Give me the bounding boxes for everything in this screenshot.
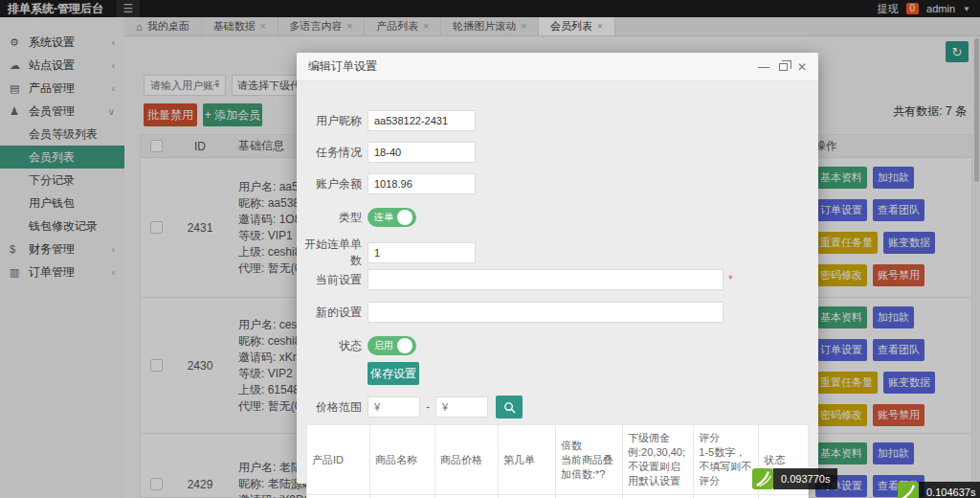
product-table-empty-cell xyxy=(623,495,694,498)
trace-logo-icon xyxy=(752,468,773,489)
product-table-header: 第几单 xyxy=(499,425,556,495)
product-table-header: 下级佣金 例:20,30,40; 不设置则启用默认设置 xyxy=(623,425,694,495)
product-table-empty-cell xyxy=(555,495,622,498)
product-table-header: 倍数 当前商品叠加倍数:*? xyxy=(555,425,622,495)
magnifier-icon xyxy=(503,401,516,414)
save-settings-button[interactable]: 保存设置 xyxy=(368,362,419,385)
price-min-input[interactable] xyxy=(368,396,420,418)
edit-order-settings-modal: 编辑订单设置 — ✕ 用户昵称 任务情况 账户余额 类型 连单 开始连单单数 xyxy=(297,53,818,484)
product-table-header: 产品ID xyxy=(307,425,370,495)
trace-logo-icon xyxy=(898,482,919,498)
product-table-empty-cell xyxy=(370,495,435,498)
modal-title: 编辑订单设置 xyxy=(308,58,377,75)
price-max-input[interactable] xyxy=(435,396,488,418)
type-toggle-label: 连单 xyxy=(374,211,393,224)
product-settings-table: 产品ID商品名称商品价格第几单倍数 当前商品叠加倍数:*?下级佣金 例:20,3… xyxy=(306,424,809,498)
status-toggle-label: 启用 xyxy=(374,339,393,352)
field-label-task-status: 任务情况 xyxy=(297,145,362,161)
minimize-icon[interactable]: — xyxy=(758,61,769,73)
product-table-empty-cell xyxy=(307,495,370,498)
status-toggle[interactable]: 启用 xyxy=(368,336,416,355)
modal-title-bar[interactable]: 编辑订单设置 — ✕ xyxy=(297,53,818,81)
field-label-balance: 账户余额 xyxy=(297,176,362,192)
trace-badge-2[interactable]: 0.104637s xyxy=(898,482,980,498)
product-table-empty-cell xyxy=(499,495,556,498)
toggle-knob xyxy=(397,338,412,353)
field-label-type: 类型 xyxy=(297,210,362,226)
current-setting-input[interactable] xyxy=(368,269,724,290)
product-table-empty-cell xyxy=(694,495,759,498)
balance-input[interactable] xyxy=(368,173,476,194)
field-label-price-range: 价格范围 xyxy=(297,399,362,416)
close-icon[interactable]: ✕ xyxy=(797,61,807,73)
product-table-empty-cell xyxy=(435,495,499,498)
modal-body: 用户昵称 任务情况 账户余额 类型 连单 开始连单单数 当前设置 * 新的设置 xyxy=(297,81,818,484)
trace-time: 0.104637s xyxy=(919,482,980,498)
new-setting-input[interactable] xyxy=(368,302,724,323)
task-status-input[interactable] xyxy=(368,142,476,163)
field-label-status: 状态 xyxy=(297,338,362,354)
nickname-input[interactable] xyxy=(368,110,476,131)
maximize-icon[interactable] xyxy=(779,63,788,71)
field-label-nickname: 用户昵称 xyxy=(297,113,362,129)
required-asterisk: * xyxy=(728,273,733,286)
start-count-input[interactable] xyxy=(368,242,476,263)
product-table-empty-cell xyxy=(759,495,809,498)
toggle-knob xyxy=(397,210,412,225)
field-label-new-setting: 新的设置 xyxy=(297,305,362,321)
trace-time: 0.093770s xyxy=(773,468,837,489)
product-table-header: 评分 1-5数字，不填写则不评分 xyxy=(694,425,759,495)
product-table-header: 商品价格 xyxy=(435,425,499,495)
price-range-separator: - xyxy=(426,400,430,414)
type-toggle[interactable]: 连单 xyxy=(368,208,416,227)
trace-badge-1[interactable]: 0.093770s xyxy=(752,468,837,489)
search-button[interactable] xyxy=(496,396,523,419)
product-table-header: 商品名称 xyxy=(370,425,435,495)
field-label-current-setting: 当前设置 xyxy=(297,272,362,288)
field-label-start-count: 开始连单单数 xyxy=(297,237,362,269)
